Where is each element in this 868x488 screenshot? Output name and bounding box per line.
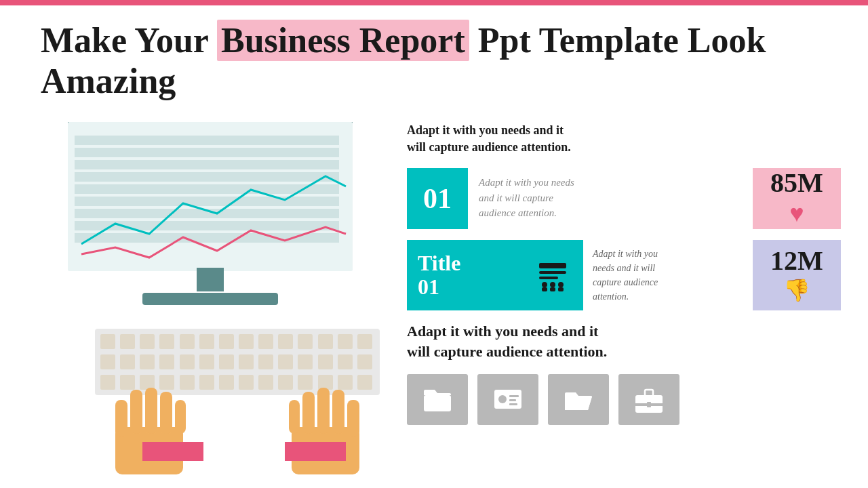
top-accent-line	[0, 0, 868, 5]
monitor-stand-neck	[197, 268, 224, 291]
svg-rect-24	[509, 395, 519, 397]
title-prefix: Make Your	[41, 21, 217, 60]
svg-rect-13	[539, 271, 566, 274]
folder-tile[interactable]	[407, 374, 468, 425]
chat-people-icon	[535, 258, 570, 293]
id-card-tile[interactable]	[477, 374, 538, 425]
svg-rect-20	[558, 287, 564, 291]
chart-svg	[68, 149, 353, 268]
monitor-stand-base	[142, 293, 278, 305]
svg-rect-9	[317, 388, 330, 434]
chat-icon-block	[522, 240, 583, 310]
stat-number-85m: 85M	[770, 169, 823, 197]
right-panel: Adapt it with you needs and it will capt…	[407, 122, 841, 425]
svg-rect-21	[424, 395, 451, 411]
monitor-illustration	[68, 122, 366, 312]
top-description: Adapt it with you needs and it will capt…	[407, 122, 658, 156]
monitor-screen-area	[68, 122, 353, 271]
number-block-01: 01	[407, 168, 468, 229]
svg-rect-29	[647, 402, 651, 407]
briefcase-icon	[634, 384, 664, 414]
svg-rect-10	[302, 392, 315, 434]
svg-rect-11	[289, 400, 300, 434]
svg-rect-5	[175, 400, 186, 434]
svg-point-15	[542, 282, 547, 287]
open-folder-tile[interactable]	[548, 374, 609, 425]
folder-icon	[422, 384, 452, 414]
stat-box-85m: 85M ♥	[753, 168, 841, 229]
svg-point-23	[498, 395, 507, 403]
heart-icon: ♥	[789, 199, 804, 228]
hands-illustration	[95, 373, 380, 481]
svg-rect-16	[542, 287, 547, 291]
svg-point-17	[550, 282, 555, 287]
title-text: Title 01	[418, 251, 460, 299]
svg-rect-4	[160, 392, 172, 434]
row1-block: 01 Adapt it with you needs and it will c…	[407, 168, 841, 229]
svg-point-19	[558, 282, 564, 287]
thumbdown-icon: 👎	[783, 277, 810, 303]
svg-rect-3	[145, 388, 157, 434]
header: Make Your Business Report Ppt Template L…	[41, 20, 827, 102]
pink-rect-left	[142, 442, 203, 461]
left-illustration	[41, 122, 400, 461]
title-highlight: Business Report	[217, 20, 469, 61]
row2-description: Adapt it with you needs and it will capt…	[583, 240, 753, 310]
svg-rect-2	[130, 390, 142, 434]
stat-number-12m: 12M	[770, 247, 823, 274]
svg-rect-18	[550, 287, 555, 291]
title-block-01: Title 01	[407, 240, 522, 310]
briefcase-tile[interactable]	[618, 374, 679, 425]
svg-rect-12	[539, 263, 566, 268]
row1-description: Adapt it with you needs and it will capt…	[468, 168, 753, 229]
bottom-description: Adapt it with you needs and it will capt…	[407, 321, 841, 361]
id-card-icon	[493, 384, 523, 414]
svg-rect-25	[509, 399, 516, 401]
svg-rect-8	[332, 390, 344, 434]
svg-rect-7	[347, 400, 359, 437]
open-folder-icon	[564, 384, 593, 414]
pink-rect-right	[285, 442, 346, 461]
page-title: Make Your Business Report Ppt Template L…	[41, 20, 827, 102]
svg-rect-26	[509, 403, 517, 405]
svg-rect-1	[115, 400, 127, 437]
stat-box-12m: 12M 👎	[753, 240, 841, 310]
svg-rect-14	[539, 277, 558, 279]
icon-row	[407, 374, 841, 425]
row2-block: Title 01 Adapt it with you needs and it	[407, 240, 841, 310]
